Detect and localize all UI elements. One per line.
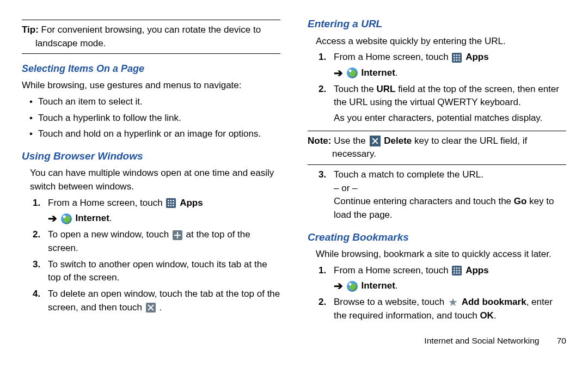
apps-grid-icon [166,198,176,208]
apps-grid-icon [452,53,462,63]
page-number: 70 [557,336,566,345]
note-label: Note: [308,136,331,146]
step-text: From a Home screen, touch [334,265,451,275]
apps-label: Apps [180,198,203,208]
tip-block: Tip: For convenient browsing, you can ro… [22,23,280,50]
internet-globe-icon [347,68,358,78]
step-text: As you enter characters, potential match… [334,113,542,123]
heading-selecting-items: Selecting Items On a Page [22,62,280,76]
bullet-item: Touch a hyperlink to follow the link. [29,112,280,125]
apps-label: Apps [465,265,489,275]
page-columns: Tip: For convenient browsing, you can ro… [22,16,566,347]
heading-entering-url: Entering a URL [308,16,566,32]
bullet-item: Touch an item to select it. [29,95,280,109]
step-2: 2. To open a new window, touch at the to… [33,228,280,255]
step-text: To delete an open window, touch the tab … [48,289,280,313]
step-1: 1. From a Home screen, touch Apps ➔ Inte… [318,264,566,293]
browser-windows-steps: 1. From a Home screen, touch Apps ➔ Inte… [33,197,280,314]
internet-globe-icon [347,281,358,292]
rule [22,20,280,20]
close-icon [146,303,156,313]
internet-label: Internet [361,280,395,291]
creating-bookmarks-steps: 1. From a Home screen, touch Apps ➔ Inte… [318,264,566,323]
browser-windows-intro: You can have multiple windows open at on… [30,167,280,193]
plus-icon [173,230,182,240]
selecting-items-bullets: Touch an item to select it. Touch a hype… [29,95,280,141]
step-text: Touch the [334,84,376,94]
internet-label: Internet [361,68,395,78]
delete-key-icon [370,136,381,146]
step-text: Continue entering characters and touch t… [334,196,514,206]
step-text: From a Home screen, touch [48,198,165,208]
go-label: Go [514,196,527,206]
step-text: To switch to another open window, touch … [48,259,267,283]
period: . [159,302,162,313]
url-label: URL [376,84,395,94]
period: . [494,310,497,321]
delete-label: Delete [384,136,412,146]
rule [308,164,566,165]
heading-browser-windows: Using Browser Windows [22,149,280,164]
step-4: 4. To delete an open window, touch the t… [33,287,280,314]
or-text: – or – [334,183,357,193]
step-text: From a Home screen, touch [334,52,451,62]
star-icon: ★ [448,298,458,308]
bullet-item: Touch and hold on a hyperlink or an imag… [29,127,280,141]
step-text: Touch a match to complete the URL. [334,169,483,180]
step-1: 1. From a Home screen, touch Apps ➔ Inte… [33,197,280,226]
step-text: Browse to a website, touch [334,297,447,307]
arrow-icon: ➔ [48,212,57,224]
note-block: Note: Use the Delete key to clear the UR… [308,134,566,161]
step-3: 3. Touch a match to complete the URL. – … [318,168,566,222]
note-text: Use the [331,136,368,146]
internet-globe-icon [61,213,72,224]
apps-label: Apps [465,52,489,62]
left-column: Tip: For convenient browsing, you can ro… [22,16,280,347]
step-text: To open a new window, touch [48,229,171,240]
entering-url-intro: Access a website quickly by entering the… [316,35,566,48]
step-1: 1. From a Home screen, touch Apps ➔ Inte… [318,51,566,80]
right-column: Entering a URL Access a website quickly … [308,16,566,347]
period: . [395,68,398,78]
step-2: 2. Touch the URL field at the top of the… [318,83,566,125]
tip-text: For convenient browsing, you can rotate … [35,24,261,48]
selecting-items-intro: While browsing, use gestures and menus t… [22,79,280,93]
rule [308,131,566,131]
add-bookmark-label: Add bookmark [462,297,526,307]
page-footer: Internet and Social Networking 70 [308,335,566,347]
period: . [109,213,112,223]
step-2: 2. Browse to a website, touch ★ Add book… [318,296,566,322]
ok-label: OK [480,310,494,321]
step-3: 3. To switch to another open window, tou… [33,258,280,285]
arrow-icon: ➔ [334,67,343,79]
tip-label: Tip: [22,24,39,35]
footer-section: Internet and Social Networking [424,336,539,345]
heading-creating-bookmarks: Creating Bookmarks [308,230,566,245]
rule [22,53,280,54]
internet-label: Internet [75,213,109,223]
entering-url-steps-cont: 3. Touch a match to complete the URL. – … [318,168,566,222]
apps-grid-icon [452,266,462,275]
entering-url-steps: 1. From a Home screen, touch Apps ➔ Inte… [318,51,566,125]
arrow-icon: ➔ [334,280,343,292]
creating-bookmarks-intro: While browsing, bookmark a site to quick… [316,248,566,261]
period: . [395,280,398,291]
